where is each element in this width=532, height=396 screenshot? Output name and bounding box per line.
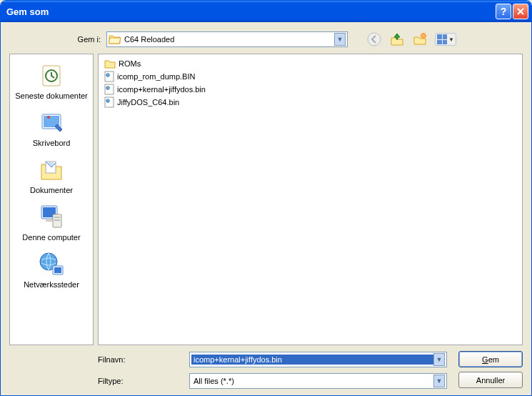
svg-rect-17 bbox=[105, 71, 114, 81]
help-button[interactable]: ? bbox=[496, 4, 511, 19]
lookin-dropdown-icon[interactable]: ▼ bbox=[334, 33, 346, 46]
window-title: Gem som bbox=[6, 6, 496, 17]
file-name: ROMs bbox=[119, 59, 141, 68]
dialog-content: Gem i: C64 Reloaded ▼ ▼ bbox=[1, 22, 531, 395]
filetype-row: Filtype: All files (*.*) ▼ bbox=[98, 372, 447, 390]
svg-point-6 bbox=[47, 116, 50, 119]
svg-point-0 bbox=[368, 33, 381, 46]
svg-rect-16 bbox=[54, 267, 61, 273]
file-list[interactable]: ROMs icomp_rom_dump.BIN icomp+kernal+jif… bbox=[98, 54, 523, 345]
place-label: Dokumenter bbox=[30, 186, 73, 194]
lookin-row: Gem i: C64 Reloaded ▼ ▼ bbox=[9, 29, 523, 49]
views-button[interactable]: ▼ bbox=[435, 33, 456, 46]
file-name: icomp+kernal+jiffydos.bin bbox=[117, 85, 206, 94]
place-label: Skrivebord bbox=[33, 139, 71, 147]
file-name: JiffyDOS_C64.bin bbox=[117, 98, 179, 107]
filename-input[interactable]: icomp+kernal+jiffydos.bin bbox=[191, 355, 433, 365]
chevron-down-icon: ▼ bbox=[448, 36, 454, 43]
places-bar: Seneste dokumenter Skrivebord Dokumenter… bbox=[9, 54, 94, 345]
list-item[interactable]: JiffyDOS_C64.bin bbox=[104, 96, 516, 109]
desktop-icon bbox=[37, 109, 66, 137]
bottom-rows: Filnavn: icomp+kernal+jiffydos.bin ▼ Fil… bbox=[9, 351, 523, 390]
mid-area: Seneste dokumenter Skrivebord Dokumenter… bbox=[9, 54, 523, 345]
filetype-value: All files (*.*) bbox=[191, 376, 433, 386]
file-name: icomp_rom_dump.BIN bbox=[117, 72, 195, 81]
cancel-button[interactable]: Annuller bbox=[458, 372, 523, 388]
svg-rect-12 bbox=[54, 217, 60, 218]
filename-label: Filnavn: bbox=[98, 355, 189, 364]
network-icon bbox=[37, 250, 66, 279]
svg-rect-21 bbox=[105, 97, 114, 107]
file-icon bbox=[104, 84, 114, 95]
save-button[interactable]: Gem bbox=[458, 351, 523, 367]
views-icon bbox=[437, 34, 447, 44]
svg-rect-13 bbox=[54, 219, 60, 221]
file-icon bbox=[104, 71, 114, 82]
place-computer[interactable]: Denne computer bbox=[10, 200, 93, 244]
back-button[interactable] bbox=[366, 31, 382, 47]
filename-row: Filnavn: icomp+kernal+jiffydos.bin ▼ bbox=[98, 351, 447, 368]
up-one-level-button[interactable] bbox=[389, 31, 405, 47]
lookin-combo[interactable]: C64 Reloaded ▼ bbox=[106, 31, 348, 47]
svg-rect-10 bbox=[46, 219, 53, 222]
new-folder-button[interactable] bbox=[412, 31, 428, 47]
toolbar-icons: ▼ bbox=[366, 31, 456, 47]
list-item[interactable]: icomp+kernal+jiffydos.bin bbox=[104, 83, 516, 96]
place-recent[interactable]: Seneste dokumenter bbox=[10, 59, 93, 103]
place-network[interactable]: Netværkssteder bbox=[10, 247, 93, 292]
titlebar: Gem som ? bbox=[1, 1, 531, 22]
documents-icon bbox=[37, 156, 66, 184]
place-label: Netværkssteder bbox=[24, 280, 79, 289]
place-label: Seneste dokumenter bbox=[15, 91, 88, 100]
place-desktop[interactable]: Skrivebord bbox=[10, 106, 93, 150]
file-icon bbox=[104, 96, 114, 108]
close-button[interactable] bbox=[513, 4, 528, 19]
lookin-value: C64 Reloaded bbox=[124, 35, 334, 44]
filetype-combo[interactable]: All files (*.*) ▼ bbox=[189, 373, 447, 389]
filename-combo[interactable]: icomp+kernal+jiffydos.bin ▼ bbox=[189, 352, 447, 367]
recent-icon bbox=[37, 61, 66, 90]
computer-icon bbox=[37, 203, 66, 232]
filetype-label: Filtype: bbox=[98, 377, 189, 385]
chevron-down-icon[interactable]: ▼ bbox=[433, 353, 445, 366]
place-label: Denne computer bbox=[22, 233, 80, 242]
svg-rect-19 bbox=[105, 84, 114, 94]
lookin-label: Gem i: bbox=[59, 35, 101, 44]
place-documents[interactable]: Dokumenter bbox=[10, 153, 93, 197]
folder-open-icon bbox=[109, 34, 121, 45]
list-item[interactable]: ROMs bbox=[104, 57, 516, 70]
folder-icon bbox=[104, 59, 116, 69]
list-item[interactable]: icomp_rom_dump.BIN bbox=[104, 70, 516, 83]
chevron-down-icon[interactable]: ▼ bbox=[433, 375, 445, 387]
